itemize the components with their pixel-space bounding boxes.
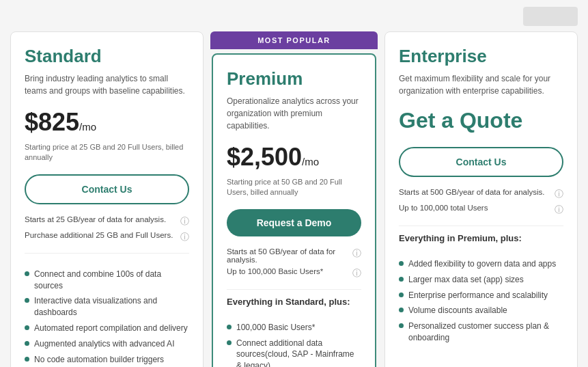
premium-stat2: Up to 100,000 Basic Users* ⓘ: [227, 267, 361, 280]
list-item: Enterprise performance and scalability: [399, 290, 563, 301]
top-bar: [10, 7, 578, 26]
feature-text: No code automation builder triggers dyna…: [34, 354, 189, 367]
standard-features-list: Connect and combine 100s of data sources…: [25, 269, 189, 367]
enterprise-title: Enterprise: [399, 46, 563, 67]
feature-text: Larger max data set (app) sizes: [408, 274, 524, 286]
most-popular-badge: MOST POPULAR: [210, 31, 378, 49]
list-item: Connect and combine 100s of data sources: [25, 269, 189, 292]
premium-title: Premium: [227, 68, 361, 90]
feature-text: Augmented analytics with advanced AI: [34, 338, 174, 350]
premium-description: Operationalize analytics across your org…: [227, 95, 361, 132]
bullet-dot: [399, 277, 404, 282]
enterprise-section-label: Everything in Premium, plus:: [399, 233, 563, 243]
premium-info-icon-1: ⓘ: [352, 247, 361, 260]
standard-price-per: /mo: [79, 121, 96, 133]
bullet-dot: [399, 323, 404, 328]
list-item: Interactive data visualizations and dash…: [25, 295, 189, 318]
standard-title: Standard: [25, 46, 189, 67]
enterprise-info-icon-2: ⓘ: [555, 204, 563, 216]
premium-wrapper: MOST POPULAR Premium Operationalize anal…: [212, 53, 376, 367]
enterprise-stat2: Up to 100,000 total Users ⓘ: [399, 204, 563, 216]
enterprise-card: Enterprise Get maximum flexibility and s…: [384, 31, 578, 367]
premium-info-icon-2: ⓘ: [352, 267, 361, 280]
feature-text: Added flexibility to govern data and app…: [408, 258, 556, 270]
standard-info-icon-1: ⓘ: [180, 215, 189, 228]
standard-cta-button[interactable]: Contact Us: [25, 174, 189, 204]
standard-description: Bring industry leading analytics to smal…: [25, 72, 189, 97]
bullet-dot: [399, 293, 404, 297]
feature-text: Automated report compilation and deliver…: [34, 323, 188, 334]
list-item: Larger max data set (app) sizes: [399, 274, 563, 286]
premium-price-per: /mo: [302, 156, 319, 167]
premium-price-block: $2,500/mo: [227, 143, 361, 172]
feature-text: Enterprise performance and scalability: [408, 290, 548, 301]
premium-features-list: 100,000 Basic Users*Connect additional d…: [227, 322, 361, 367]
bullet-dot: [399, 308, 404, 312]
bullet-dot: [227, 340, 232, 345]
standard-card: Standard Bring industry leading analytic…: [10, 31, 204, 367]
standard-price-block: $825/mo: [25, 108, 189, 137]
bullet-dot: [25, 271, 29, 276]
standard-price-note: Starting price at 25 GB and 20 Full User…: [25, 142, 189, 163]
list-item: Added flexibility to govern data and app…: [399, 258, 563, 270]
list-item: 100,000 Basic Users*: [227, 322, 361, 334]
feature-text: Personalized customer success plan & onb…: [408, 321, 563, 344]
bullet-dot: [25, 341, 29, 346]
feature-text: Interactive data visualizations and dash…: [34, 295, 189, 318]
bullet-dot: [25, 325, 29, 330]
feature-text: Connect additional data sources(cloud, S…: [236, 338, 361, 367]
premium-price: $2,500: [227, 143, 302, 171]
enterprise-features-list: Added flexibility to govern data and app…: [399, 258, 563, 348]
list-item: No code automation builder triggers dyna…: [25, 354, 189, 367]
enterprise-stat1: Starts at 500 GB/year of data for analys…: [399, 188, 563, 200]
pricing-container: Standard Bring industry leading analytic…: [10, 31, 578, 367]
bullet-dot: [25, 357, 29, 362]
standard-info-icon-2: ⓘ: [180, 231, 189, 243]
list-item: Connect additional data sources(cloud, S…: [227, 338, 361, 367]
standard-stat2: Purchase additional 25 GB and Full Users…: [25, 231, 189, 243]
enterprise-cta-button[interactable]: Contact Us: [399, 147, 563, 177]
premium-section-label: Everything in Standard, plus:: [227, 297, 361, 307]
logo: [523, 7, 578, 26]
enterprise-description: Get maximum flexibility and scale for yo…: [399, 72, 563, 97]
list-item: Volume discounts available: [399, 305, 563, 316]
bullet-dot: [25, 298, 29, 303]
premium-stat1: Starts at 50 GB/year of data for analysi…: [227, 247, 361, 264]
list-item: Augmented analytics with advanced AI: [25, 338, 189, 350]
enterprise-info-icon-1: ⓘ: [555, 188, 563, 200]
list-item: Personalized customer success plan & onb…: [399, 321, 563, 344]
bullet-dot: [399, 261, 404, 266]
standard-price: $825: [25, 108, 79, 136]
premium-card: Premium Operationalize analytics across …: [212, 53, 376, 367]
feature-text: 100,000 Basic Users*: [236, 322, 315, 334]
bullet-dot: [227, 325, 232, 329]
feature-text: Connect and combine 100s of data sources: [34, 269, 189, 292]
enterprise-get-quote: Get a Quote: [399, 108, 563, 133]
premium-price-note: Starting price at 50 GB and 20 Full User…: [227, 177, 361, 198]
premium-cta-button[interactable]: Request a Demo: [227, 209, 361, 236]
standard-stat1: Starts at 25 GB/year of data for analysi…: [25, 215, 189, 228]
list-item: Automated report compilation and deliver…: [25, 323, 189, 334]
feature-text: Volume discounts available: [408, 305, 507, 316]
